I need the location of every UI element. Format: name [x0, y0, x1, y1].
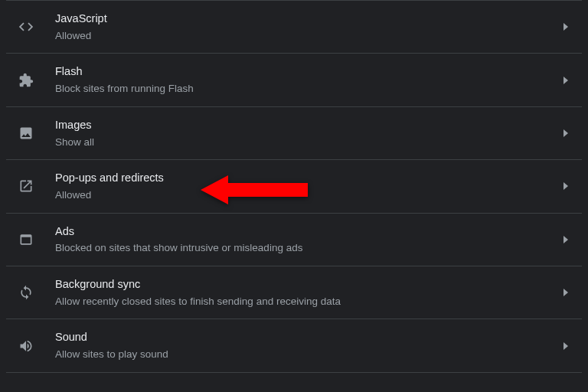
row-text: FlashBlock sites from running Flash	[55, 64, 554, 95]
image-icon	[17, 124, 35, 142]
chevron-right-icon	[564, 236, 568, 243]
chevron-right-icon	[564, 342, 568, 350]
chevron-right-icon	[564, 23, 568, 31]
row-subtitle: Block sites from running Flash	[55, 82, 554, 96]
code-icon	[17, 18, 35, 36]
row-title: Sound	[55, 330, 554, 345]
row-title: Pop-ups and redirects	[55, 171, 554, 185]
row-subtitle: Blocked on sites that show intrusive or …	[55, 241, 554, 255]
row-title: Background sync	[55, 277, 554, 292]
row-subtitle: Allow sites to play sound	[55, 348, 554, 361]
row-subtitle: Allowed	[55, 29, 554, 43]
row-text: SoundAllow sites to play sound	[55, 330, 554, 361]
chevron-right-icon	[564, 129, 568, 137]
row-text: JavaScriptAllowed	[55, 11, 554, 42]
settings-row-flash[interactable]: FlashBlock sites from running Flash	[6, 54, 582, 106]
ads-icon	[17, 230, 35, 249]
row-text: Pop-ups and redirectsAllowed	[55, 171, 554, 201]
row-title: Flash	[55, 64, 554, 79]
settings-row-background-sync[interactable]: Background syncAllow recently closed sit…	[6, 266, 582, 319]
row-subtitle: Allowed	[55, 188, 554, 202]
sync-icon	[17, 283, 35, 302]
settings-row-ads[interactable]: AdsBlocked on sites that show intrusive …	[6, 214, 582, 266]
row-text: AdsBlocked on sites that show intrusive …	[55, 224, 554, 255]
chevron-right-icon	[564, 289, 568, 296]
settings-row-popups[interactable]: Pop-ups and redirectsAllowed	[6, 160, 582, 213]
row-text: ImagesShow all	[55, 118, 554, 149]
sound-icon	[17, 337, 35, 355]
row-subtitle: Allow recently closed sites to finish se…	[55, 295, 554, 309]
settings-row-images[interactable]: ImagesShow all	[6, 107, 582, 160]
settings-row-javascript[interactable]: JavaScriptAllowed	[6, 0, 582, 54]
extension-icon	[17, 71, 35, 90]
row-subtitle: Show all	[55, 136, 554, 149]
popup-icon	[17, 177, 35, 195]
chevron-right-icon	[564, 77, 568, 84]
row-title: Images	[55, 118, 554, 132]
row-text: Background syncAllow recently closed sit…	[55, 277, 554, 308]
chevron-right-icon	[564, 182, 568, 190]
row-title: JavaScript	[55, 11, 554, 26]
settings-row-sound[interactable]: SoundAllow sites to play sound	[6, 319, 582, 372]
row-title: Ads	[55, 224, 554, 239]
